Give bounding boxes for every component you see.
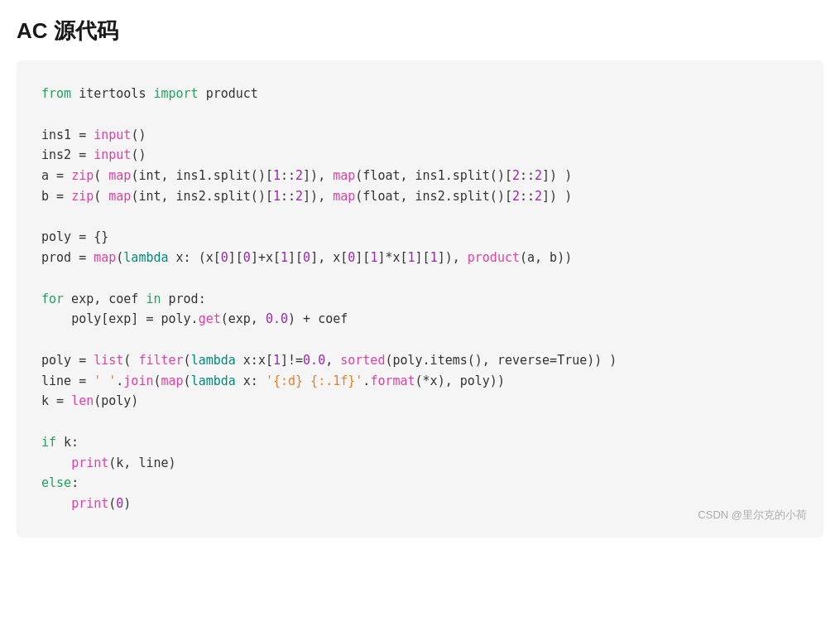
- page-title: AC 源代码: [17, 17, 823, 46]
- watermark: CSDN @里尔克的小荷: [698, 506, 807, 523]
- code-block: from itertools import product ins1 = inp…: [17, 60, 823, 537]
- code-content: from itertools import product ins1 = inp…: [41, 84, 799, 514]
